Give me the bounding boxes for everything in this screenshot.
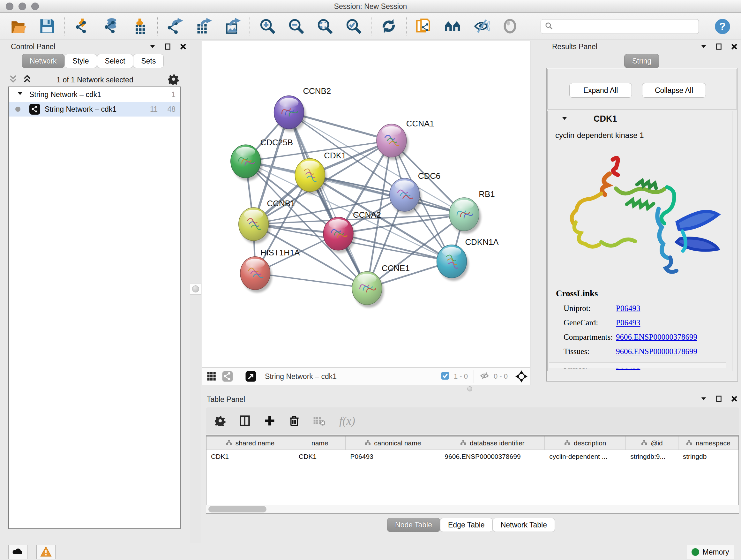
toolbar-separator: [250, 17, 250, 36]
control-panel-menu-icon[interactable]: [149, 43, 156, 50]
protein-card-header[interactable]: CDK1: [548, 111, 732, 127]
tab-select[interactable]: Select: [97, 54, 133, 68]
show-columns-icon[interactable]: [239, 415, 251, 427]
network-collection-label: String Network – cdk1: [29, 90, 101, 99]
left-splitter[interactable]: [190, 40, 201, 560]
table-panel-menu-icon[interactable]: [700, 395, 707, 402]
cloud-status-button[interactable]: [8, 545, 27, 559]
tab-sets[interactable]: Sets: [133, 54, 164, 68]
status-bar: Memory: [0, 543, 741, 560]
table-gear-icon[interactable]: [215, 415, 226, 426]
network-node-CCNE1[interactable]: CCNE1: [352, 264, 410, 308]
tab-node-table[interactable]: Node Table: [387, 518, 440, 532]
table-cell[interactable]: cyclin-dependent ...: [545, 450, 626, 463]
copy-network-icon[interactable]: [415, 17, 433, 35]
open-session-icon[interactable]: [10, 17, 27, 35]
warning-icon: [40, 546, 52, 558]
column-header-shared-name[interactable]: shared name: [206, 436, 294, 449]
delete-column-icon[interactable]: [289, 415, 300, 426]
network-node-RB1[interactable]: RB1: [449, 190, 495, 234]
table-cell[interactable]: stringdb: [678, 450, 738, 463]
network-node-CDKN1A[interactable]: CDKN1A: [437, 238, 499, 281]
tab-edge-table[interactable]: Edge Table: [440, 518, 493, 532]
node-table[interactable]: shared namenamecanonical namedatabase id…: [206, 435, 739, 514]
column-header-name[interactable]: name: [294, 436, 346, 449]
results-scroll-track[interactable]: [549, 362, 726, 368]
show-hide-glasses-icon[interactable]: [472, 17, 490, 35]
tab-style[interactable]: Style: [64, 54, 97, 68]
network-node-CCNB1[interactable]: CCNB1: [239, 199, 295, 244]
results-panel-close-icon[interactable]: [731, 43, 738, 50]
table-panel-float-icon[interactable]: [716, 395, 723, 402]
detach-view-icon[interactable]: [245, 371, 257, 382]
crosslink-link[interactable]: 9606.ENSP00000378699: [616, 333, 697, 341]
column-header-namespace[interactable]: namespace: [678, 436, 738, 449]
network-collection-row[interactable]: String Network – cdk1 1: [9, 87, 180, 102]
zoom-selected-icon[interactable]: [345, 17, 362, 35]
string-home-icon[interactable]: [444, 17, 461, 35]
network-node-CCNB2[interactable]: CCNB2: [274, 86, 331, 132]
expand-all-button[interactable]: Expand All: [569, 83, 632, 98]
column-header--id[interactable]: @id: [626, 436, 678, 449]
horizontal-splitter[interactable]: [201, 385, 741, 393]
table-cell[interactable]: stringdb:9...: [626, 450, 678, 463]
network-options-gear-icon[interactable]: [168, 74, 179, 86]
network-node-CDC6[interactable]: CDC6: [390, 172, 441, 214]
crosslink-label: GeneCard:: [556, 318, 616, 327]
column-header-description[interactable]: description: [545, 436, 626, 449]
protein-collapse-icon[interactable]: [561, 115, 568, 123]
zoom-out-icon[interactable]: [287, 17, 305, 35]
fit-selected-crosshair-icon[interactable]: [515, 370, 528, 382]
network-node-HIST1H1A[interactable]: HIST1H1A: [240, 248, 300, 293]
import-table-file-icon[interactable]: [131, 17, 149, 35]
control-panel-close-icon[interactable]: [180, 43, 187, 50]
import-network-file-icon[interactable]: [73, 17, 91, 35]
search-box[interactable]: [541, 19, 699, 34]
birds-eye-view-icon[interactable]: [206, 371, 217, 381]
results-panel-float-icon[interactable]: [716, 43, 723, 50]
selected-count: 1 - 0: [454, 372, 468, 381]
tab-string[interactable]: String: [624, 54, 659, 68]
export-network-icon[interactable]: [166, 17, 184, 35]
table-cell[interactable]: CDK1: [206, 450, 294, 463]
memory-label: Memory: [702, 548, 729, 557]
table-cell[interactable]: 9606.ENSP00000378699: [440, 450, 545, 463]
memory-button[interactable]: Memory: [687, 545, 734, 559]
add-column-icon[interactable]: [264, 415, 275, 427]
control-panel-float-icon[interactable]: [164, 43, 172, 50]
gray-lens-icon[interactable]: [501, 17, 519, 35]
function-builder-icon: f(x): [339, 414, 355, 428]
title-bar: Session: New Session: [0, 0, 741, 13]
export-image-icon[interactable]: [223, 17, 241, 35]
selected-checkbox-icon[interactable]: [441, 372, 449, 381]
table-hscrollbar[interactable]: [206, 505, 739, 513]
zoom-fit-icon[interactable]: [316, 17, 334, 35]
network-edge[interactable]: [289, 112, 367, 288]
save-session-icon[interactable]: [38, 17, 56, 35]
column-header-database-identifier[interactable]: database identifier: [440, 436, 545, 449]
crosslink-link[interactable]: 9606.ENSP00000378699: [616, 347, 697, 356]
results-panel-menu-icon[interactable]: [700, 43, 707, 50]
search-input[interactable]: [556, 22, 693, 30]
collection-expand-icon[interactable]: [17, 90, 23, 99]
network-canvas[interactable]: CCNB2 CCNA1 CDC25B CDK1 CDC6 RB1 CCNB1 C…: [202, 41, 530, 368]
crosslink-link[interactable]: P06493: [616, 318, 640, 327]
collapse-all-button[interactable]: Collapse All: [642, 83, 706, 98]
table-row[interactable]: CDK1CDK1P064939606.ENSP00000378699cyclin…: [206, 450, 738, 463]
table-cell[interactable]: P06493: [346, 450, 440, 463]
zoom-in-icon[interactable]: [259, 17, 276, 35]
column-header-canonical-name[interactable]: canonical name: [346, 436, 440, 449]
tab-network[interactable]: Network: [22, 54, 64, 68]
crosslink-link[interactable]: P06493: [616, 304, 640, 313]
warnings-button[interactable]: [37, 545, 56, 559]
table-panel-close-icon[interactable]: [731, 395, 738, 402]
import-network-database-icon[interactable]: [102, 17, 120, 35]
tab-network-table[interactable]: Network Table: [493, 518, 555, 532]
hidden-eye-icon[interactable]: [480, 371, 489, 382]
network-row-selected[interactable]: String Network – cdk1 11 48: [9, 102, 180, 117]
refresh-layout-icon[interactable]: [380, 17, 398, 35]
export-table-icon[interactable]: [195, 17, 212, 35]
help-button[interactable]: ?: [714, 17, 731, 36]
table-cell[interactable]: CDK1: [294, 450, 346, 463]
toolbar-separator: [371, 17, 372, 36]
